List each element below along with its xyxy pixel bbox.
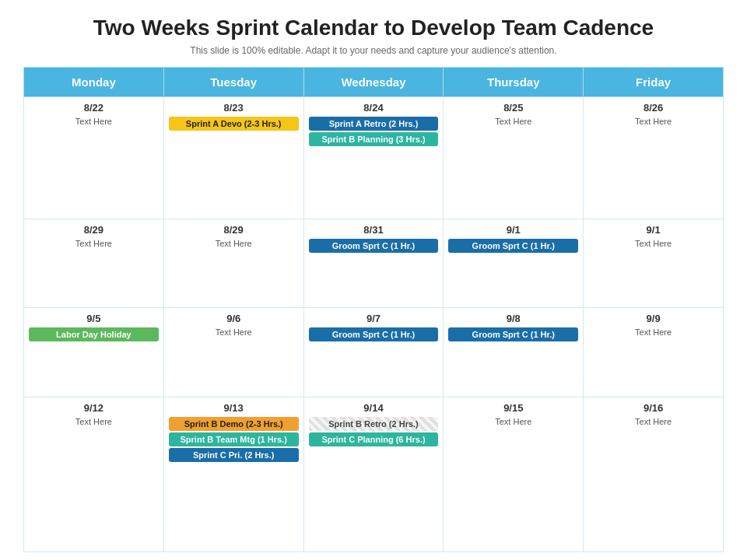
cell-date: 9/7: [309, 313, 439, 324]
cell-date: 8/26: [588, 102, 718, 114]
header-thursday: Thursday: [444, 68, 584, 97]
cell-text: Text Here: [588, 417, 718, 426]
cell-date: 8/29: [29, 224, 159, 236]
calendar-cell: 8/24Sprint A Retro (2 Hrs.)Sprint B Plan…: [303, 97, 444, 219]
cell-date: 9/15: [448, 402, 578, 414]
calendar-cell: 8/22Text Here: [24, 97, 164, 219]
calendar-event: Groom Sprt C (1 Hr.): [448, 239, 578, 253]
cell-date: 9/9: [588, 313, 718, 324]
calendar-cell: 8/31Groom Sprt C (1 Hr.): [303, 219, 444, 307]
calendar-row-1: 8/29Text Here8/29Text Here8/31Groom Sprt…: [24, 219, 724, 307]
calendar-cell: 8/25Text Here: [444, 97, 584, 219]
calendar-cell: 8/26Text Here: [584, 97, 724, 219]
cell-text: Text Here: [448, 417, 578, 426]
calendar-event: Sprint B Retro (2 Hrs.): [309, 417, 439, 431]
calendar-event: Groom Sprt C (1 Hr.): [448, 327, 578, 341]
calendar-body: 8/22Text Here8/23Sprint A Devo (2-3 Hrs.…: [24, 97, 724, 552]
calendar-event: Sprint C Pri. (2 Hrs.): [169, 448, 299, 462]
calendar-header: MondayTuesdayWednesdayThursdayFriday: [24, 68, 724, 97]
cell-date: 9/12: [29, 402, 159, 414]
cell-date: 8/24: [309, 102, 439, 114]
cell-text: Text Here: [29, 239, 159, 248]
cell-date: 8/29: [169, 224, 299, 236]
header-tuesday: Tuesday: [163, 68, 303, 97]
calendar-cell: 9/16Text Here: [584, 397, 724, 551]
calendar-event: Sprint C Planning (6 Hrs.): [309, 432, 439, 446]
cell-text: Text Here: [448, 117, 578, 126]
calendar-cell: 9/13Sprint B Demo (2-3 Hrs.)Sprint B Tea…: [163, 397, 303, 551]
header-friday: Friday: [584, 68, 724, 97]
cell-date: 9/16: [588, 402, 718, 414]
calendar-cell: 8/29Text Here: [163, 219, 303, 307]
cell-date: 8/22: [29, 102, 159, 114]
calendar-event: Groom Sprt C (1 Hr.): [309, 327, 439, 341]
cell-date: 9/5: [29, 313, 159, 324]
calendar-cell: 9/8Groom Sprt C (1 Hr.): [444, 308, 584, 397]
calendar-cell: 8/23Sprint A Devo (2-3 Hrs.): [163, 97, 303, 219]
page-subtitle: This slide is 100% editable. Adapt it to…: [190, 45, 556, 56]
cell-date: 9/1: [448, 224, 578, 236]
cell-date: 9/14: [309, 402, 439, 414]
calendar-cell: 9/12Text Here: [24, 397, 164, 551]
cell-text: Text Here: [29, 417, 159, 426]
cell-text: Text Here: [169, 239, 299, 248]
calendar-cell: 9/15Text Here: [444, 397, 584, 551]
cell-date: 9/8: [448, 313, 578, 324]
header-wednesday: Wednesday: [303, 68, 444, 97]
calendar-event: Sprint B Team Mtg (1 Hrs.): [169, 432, 299, 446]
cell-date: 8/25: [448, 102, 578, 114]
calendar-cell: 9/1Groom Sprt C (1 Hr.): [444, 219, 584, 307]
cell-date: 8/23: [169, 102, 299, 114]
calendar-cell: 9/7Groom Sprt C (1 Hr.): [303, 308, 444, 397]
calendar-row-0: 8/22Text Here8/23Sprint A Devo (2-3 Hrs.…: [24, 97, 724, 219]
calendar-row-3: 9/12Text Here9/13Sprint B Demo (2-3 Hrs.…: [24, 397, 724, 551]
calendar-cell: 8/29Text Here: [24, 219, 164, 307]
cell-date: 9/6: [169, 313, 299, 324]
page: Two Weeks Sprint Calendar to Develop Tea…: [0, 0, 747, 560]
calendar-row-2: 9/5Labor Day Holiday9/6Text Here9/7Groom…: [24, 308, 724, 397]
cell-date: 9/13: [169, 402, 299, 414]
calendar-event: Groom Sprt C (1 Hr.): [309, 239, 439, 253]
calendar-event: Labor Day Holiday: [29, 327, 159, 341]
calendar-event: Sprint B Demo (2-3 Hrs.): [169, 417, 299, 431]
calendar-cell: 9/5Labor Day Holiday: [24, 308, 164, 397]
cell-date: 9/1: [588, 224, 718, 236]
calendar-table: MondayTuesdayWednesdayThursdayFriday 8/2…: [23, 67, 724, 552]
cell-text: Text Here: [588, 117, 718, 126]
calendar-event: Sprint A Retro (2 Hrs.): [309, 117, 439, 131]
cell-text: Text Here: [588, 239, 718, 248]
cell-text: Text Here: [169, 327, 299, 337]
calendar-cell: 9/1Text Here: [584, 219, 724, 307]
header-monday: Monday: [24, 68, 164, 97]
calendar-cell: 9/9Text Here: [584, 308, 724, 397]
cell-date: 8/31: [309, 224, 439, 236]
cell-text: Text Here: [29, 117, 159, 126]
page-title: Two Weeks Sprint Calendar to Develop Tea…: [93, 16, 654, 40]
calendar-event: Sprint A Devo (2-3 Hrs.): [169, 117, 299, 131]
calendar-event: Sprint B Planning (3 Hrs.): [309, 132, 439, 146]
calendar-cell: 9/14Sprint B Retro (2 Hrs.)Sprint C Plan…: [303, 397, 444, 551]
calendar-cell: 9/6Text Here: [163, 308, 303, 397]
cell-text: Text Here: [588, 327, 718, 337]
